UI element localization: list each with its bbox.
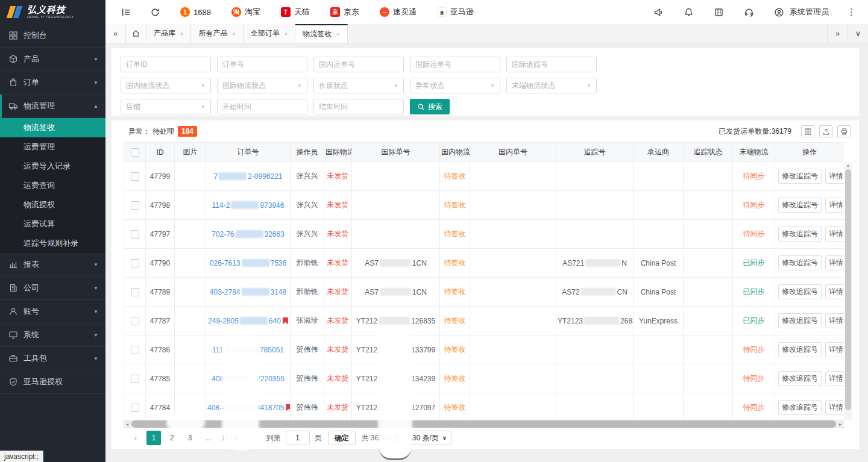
- confirm-page-button[interactable]: 确定: [328, 431, 356, 445]
- marketplace-link-aliexpress[interactable]: ⌣速卖通: [380, 7, 417, 17]
- page-button-3[interactable]: 3: [183, 431, 197, 445]
- marketplace-link-taobao[interactable]: 淘淘宝: [231, 7, 260, 17]
- more-options-icon[interactable]: ⋮: [844, 7, 858, 17]
- detail-button[interactable]: 详情: [825, 342, 844, 357]
- sidebar-subitem-物流签收[interactable]: 物流签收: [0, 118, 105, 137]
- user-menu[interactable]: 系统管理员: [772, 5, 829, 19]
- detail-button[interactable]: 详情: [825, 400, 844, 415]
- page-button-1[interactable]: 1: [146, 431, 161, 445]
- select-all-checkbox[interactable]: [131, 148, 139, 157]
- edit-tracking-button[interactable]: 修改追踪号: [778, 198, 822, 213]
- sidebar-item-order[interactable]: 订单▼: [0, 71, 105, 95]
- filter-input-订单号[interactable]: [217, 57, 307, 72]
- detail-button[interactable]: 详情: [825, 371, 844, 386]
- filter-input-订单ID[interactable]: [121, 57, 211, 72]
- announcement-icon[interactable]: [651, 5, 665, 19]
- detail-button[interactable]: 详情: [825, 169, 844, 184]
- row-checkbox[interactable]: [131, 404, 139, 412]
- row-checkbox[interactable]: [131, 230, 139, 239]
- detail-button[interactable]: 详情: [825, 284, 844, 299]
- sidebar-subitem-运费查询[interactable]: 运费查询: [0, 176, 105, 195]
- edit-tracking-button[interactable]: 修改追踪号: [778, 255, 822, 270]
- marketplace-link-tmall[interactable]: T天猫: [281, 7, 310, 17]
- search-button[interactable]: 搜索: [410, 99, 450, 114]
- goto-page-input[interactable]: [286, 431, 310, 445]
- report-board-icon[interactable]: [711, 5, 726, 19]
- page-size-select[interactable]: 30 条/页 ∨: [407, 431, 451, 445]
- vertical-scrollbar[interactable]: ▲: [844, 163, 852, 420]
- detail-button[interactable]: 详情: [825, 313, 844, 328]
- columns-setting-icon[interactable]: [801, 125, 814, 137]
- filter-input-start-time[interactable]: [217, 99, 307, 114]
- sidebar-item-console[interactable]: 控制台: [0, 24, 105, 48]
- tab-全部订单[interactable]: 全部订单×: [244, 24, 295, 43]
- edit-tracking-button[interactable]: 修改追踪号: [778, 169, 822, 184]
- prev-page-icon[interactable]: ‹: [128, 431, 143, 445]
- pending-count-badge[interactable]: 184: [178, 126, 197, 137]
- sidebar-item-report[interactable]: 报表▼: [0, 253, 105, 276]
- collapse-menu-icon[interactable]: [119, 5, 133, 19]
- filter-input-国际运单号[interactable]: [410, 57, 500, 72]
- sidebar-subitem-运费试算[interactable]: 运费试算: [0, 214, 105, 234]
- filter-select-shop[interactable]: 店铺▼: [121, 99, 211, 114]
- tabs-scroll-left-icon[interactable]: «: [105, 24, 126, 43]
- detail-button[interactable]: 详情: [825, 198, 844, 213]
- tabs-menu-icon[interactable]: ∨: [848, 24, 868, 43]
- close-icon[interactable]: ×: [180, 30, 183, 37]
- order-number-link[interactable]: 72-0996221: [213, 172, 282, 181]
- row-checkbox[interactable]: [131, 346, 139, 354]
- detail-button[interactable]: 详情: [825, 226, 844, 242]
- close-icon[interactable]: ×: [231, 30, 235, 37]
- filter-select-异常状态[interactable]: 异常状态▼: [410, 78, 500, 93]
- scroll-right-arrow-icon[interactable]: ▸: [837, 422, 844, 427]
- edit-tracking-button[interactable]: 修改追踪号: [778, 400, 822, 415]
- filter-select-国内物流状态[interactable]: 国内物流状态▼: [121, 78, 211, 93]
- notifications-bell-icon[interactable]: [681, 5, 696, 19]
- scroll-left-arrow-icon[interactable]: ◂: [124, 422, 131, 427]
- row-checkbox[interactable]: [131, 375, 139, 383]
- sidebar-item-company[interactable]: 公司▼: [0, 276, 105, 300]
- close-icon[interactable]: ×: [284, 30, 288, 37]
- row-checkbox[interactable]: [131, 201, 139, 210]
- sidebar-item-amazon-auth[interactable]: 亚马逊授权: [0, 370, 105, 394]
- filter-input-end-time[interactable]: [313, 99, 404, 114]
- headset-support-icon[interactable]: [741, 5, 756, 19]
- scroll-up-arrow-icon[interactable]: ▲: [844, 163, 852, 169]
- sidebar-subitem-运费导入记录[interactable]: 运费导入记录: [0, 157, 105, 176]
- edit-tracking-button[interactable]: 修改追踪号: [778, 226, 822, 242]
- row-checkbox[interactable]: [131, 172, 139, 181]
- edit-tracking-button[interactable]: 修改追踪号: [778, 284, 822, 299]
- sidebar-item-logistics[interactable]: 物流管理▲: [0, 95, 105, 118]
- marketplace-link-jd[interactable]: 京京东: [330, 7, 359, 17]
- filter-select-末端物流状态[interactable]: 末端物流状态▼: [506, 78, 597, 93]
- order-number-link[interactable]: 114-2873846: [212, 201, 285, 210]
- order-number-link[interactable]: 249-2805640: [208, 317, 281, 325]
- edit-tracking-button[interactable]: 修改追踪号: [778, 342, 822, 357]
- print-icon[interactable]: [837, 125, 851, 137]
- sidebar-item-system[interactable]: 系统▼: [0, 323, 105, 347]
- sidebar-item-account[interactable]: 账号▼: [0, 300, 105, 323]
- sidebar-item-product[interactable]: 产品▼: [0, 48, 105, 71]
- filter-input-国内运单号[interactable]: [313, 57, 404, 72]
- pending-label[interactable]: 待处理: [153, 126, 174, 137]
- home-tab-icon[interactable]: [126, 24, 146, 43]
- filter-select-国际物流状态[interactable]: 国际物流状态▼: [217, 78, 307, 93]
- tabs-scroll-right-icon[interactable]: »: [827, 24, 848, 43]
- export-icon[interactable]: [819, 125, 832, 137]
- filter-input-国际追踪号[interactable]: [506, 57, 597, 72]
- sidebar-subitem-追踪号规则补录[interactable]: 追踪号规则补录: [0, 234, 105, 253]
- order-number-link[interactable]: 702-7632663: [212, 230, 285, 239]
- row-checkbox[interactable]: [131, 317, 139, 325]
- edit-tracking-button[interactable]: 修改追踪号: [778, 313, 822, 328]
- row-checkbox[interactable]: [131, 288, 139, 296]
- page-button-2[interactable]: 2: [165, 431, 179, 445]
- marketplace-link-amazon[interactable]: a亚马逊: [437, 7, 474, 17]
- tab-物流签收[interactable]: 物流签收×: [295, 24, 347, 43]
- refresh-icon[interactable]: [148, 5, 162, 19]
- filter-select-作废状态[interactable]: 作废状态▼: [313, 78, 404, 93]
- edit-tracking-button[interactable]: 修改追踪号: [778, 371, 822, 386]
- tab-所有产品[interactable]: 所有产品×: [191, 24, 243, 43]
- sidebar-item-toolkit[interactable]: 工具包▼: [0, 347, 105, 370]
- vertical-scroll-thumb[interactable]: [845, 169, 851, 410]
- tab-产品库[interactable]: 产品库×: [146, 24, 191, 43]
